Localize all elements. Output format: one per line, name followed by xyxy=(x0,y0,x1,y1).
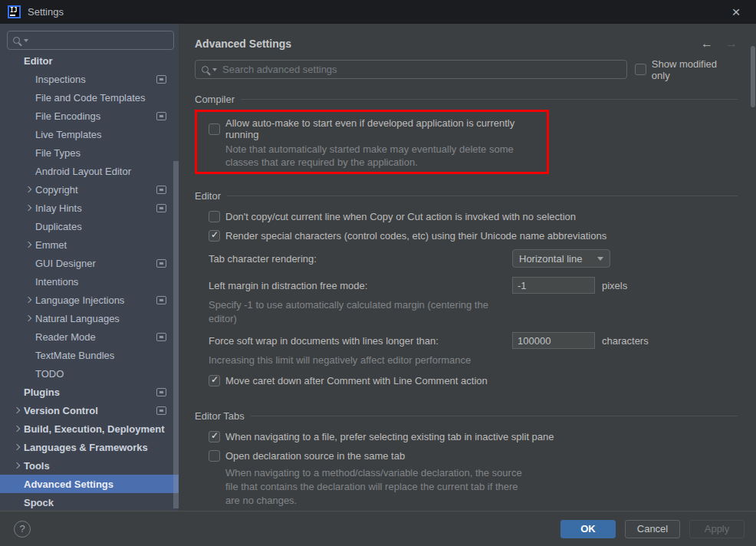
sidebar-item-android-layout-editor[interactable]: Android Layout Editor xyxy=(0,162,179,180)
chevron-right-icon[interactable] xyxy=(12,404,24,416)
sidebar-item-todo[interactable]: TODO xyxy=(0,364,179,383)
chevron-right-icon[interactable] xyxy=(12,441,24,453)
chevron-right-icon[interactable] xyxy=(12,423,24,435)
chevron-slot xyxy=(23,110,35,122)
tab-rendering-dropdown[interactable]: Horizontal line xyxy=(512,249,610,268)
sidebar-scrollbar-thumb[interactable] xyxy=(173,161,179,508)
section-divider xyxy=(227,196,738,196)
chevron-right-icon[interactable] xyxy=(23,202,35,214)
content-scrollbar-thumb[interactable] xyxy=(751,46,755,107)
sidebar-search-field[interactable] xyxy=(7,31,174,50)
tab-rendering-label: Tab character rendering: xyxy=(209,253,512,265)
sidebar-item-languages-frameworks[interactable]: Languages & Frameworks xyxy=(0,438,179,456)
sidebar-item-advanced-settings[interactable]: Advanced Settings xyxy=(0,475,179,493)
sidebar-item-plugins[interactable]: Plugins xyxy=(0,383,179,401)
search-options-caret-icon xyxy=(212,68,217,71)
sidebar-item-label: Build, Execution, Deployment xyxy=(24,423,164,435)
sidebar-item-emmet[interactable]: Emmet xyxy=(0,235,179,254)
open-declaration-checkbox[interactable] xyxy=(209,450,220,462)
sidebar-item-tools[interactable]: Tools xyxy=(0,456,179,475)
sidebar-item-copyright[interactable]: Copyright xyxy=(0,180,179,199)
sidebar-item-label: Advanced Settings xyxy=(24,479,113,490)
sidebar-item-label: Plugins xyxy=(24,386,60,398)
sidebar-item-label: File and Code Templates xyxy=(35,92,146,104)
dont-copy-cut-checkbox[interactable] xyxy=(209,211,220,222)
allow-automake-checkbox[interactable] xyxy=(209,123,220,135)
sidebar-item-inspections[interactable]: Inspections xyxy=(0,70,179,88)
sidebar-item-label: Reader Mode xyxy=(35,331,96,343)
tab-rendering-value: Horizontal line xyxy=(519,253,582,265)
soft-wrap-label: Force soft wrap in documents with lines … xyxy=(209,335,512,347)
chevron-slot xyxy=(23,91,35,104)
soft-wrap-input[interactable] xyxy=(512,332,595,349)
open-declaration-label: Open declaration source in the same tab xyxy=(225,450,405,462)
left-margin-input[interactable] xyxy=(512,277,595,294)
allow-automake-label: Allow auto-make to start even if develop… xyxy=(225,117,539,140)
dont-copy-cut-label: Don't copy/cut current line when Copy or… xyxy=(225,211,576,222)
ok-button[interactable]: OK xyxy=(560,520,616,538)
render-special-chars-checkbox[interactable] xyxy=(209,230,220,242)
sidebar-item-gui-designer[interactable]: GUI Designer xyxy=(0,254,179,272)
sidebar-search-input[interactable] xyxy=(33,35,148,46)
prefer-existing-tab-checkbox[interactable] xyxy=(209,431,220,442)
advanced-search-field[interactable] xyxy=(195,60,627,79)
section-title: Editor xyxy=(195,190,221,202)
forward-arrow-icon: → xyxy=(725,37,738,51)
chevron-slot xyxy=(23,73,35,85)
chevron-slot xyxy=(23,331,35,343)
move-caret-checkbox[interactable] xyxy=(209,375,220,386)
advanced-search-input[interactable] xyxy=(222,64,626,75)
sidebar-item-file-and-code-templates[interactable]: File and Code Templates xyxy=(0,88,179,107)
sidebar-item-version-control[interactable]: Version Control xyxy=(0,401,179,419)
section-header-editor: Editor xyxy=(195,189,738,202)
sidebar-item-build-execution-deployment[interactable]: Build, Execution, Deployment xyxy=(0,419,179,438)
chevron-right-icon[interactable] xyxy=(23,238,35,251)
close-icon[interactable]: × xyxy=(725,0,747,24)
show-modified-only-checkbox[interactable] xyxy=(635,64,646,75)
section-title: Compiler xyxy=(195,94,235,105)
chevron-slot xyxy=(23,220,35,232)
sidebar-item-label: Copyright xyxy=(35,184,78,196)
cancel-button[interactable]: Cancel xyxy=(625,520,680,538)
sidebar-item-live-templates[interactable]: Live Templates xyxy=(0,125,179,143)
settings-pane-icon xyxy=(156,75,166,84)
chevron-slot xyxy=(23,349,35,361)
sidebar-item-reader-mode[interactable]: Reader Mode xyxy=(0,327,179,346)
sidebar-item-language-injections[interactable]: Language Injections xyxy=(0,291,179,309)
left-margin-label: Left margin in distraction free mode: xyxy=(209,280,512,291)
sidebar-item-intentions[interactable]: Intentions xyxy=(0,272,179,291)
sidebar-item-editor[interactable]: Editor xyxy=(0,51,179,70)
help-icon[interactable]: ? xyxy=(14,521,31,538)
breadcrumb: Advanced Settings ← → xyxy=(195,34,738,54)
sidebar-item-textmate-bundles[interactable]: TextMate Bundles xyxy=(0,346,179,364)
section-header-compiler: Compiler xyxy=(195,93,738,105)
sidebar-item-label: TODO xyxy=(35,368,64,380)
chevron-right-icon[interactable] xyxy=(23,183,35,196)
sidebar-item-label: Duplicates xyxy=(35,221,82,232)
sidebar-item-file-types[interactable]: File Types xyxy=(0,143,179,162)
sidebar-item-inlay-hints[interactable]: Inlay Hints xyxy=(0,199,179,217)
chevron-right-icon[interactable] xyxy=(12,459,24,472)
chevron-right-icon[interactable] xyxy=(23,294,35,306)
sidebar-item-label: TextMate Bundles xyxy=(35,350,114,361)
section-title: Editor Tabs xyxy=(195,410,245,422)
sidebar-item-label: Inspections xyxy=(35,74,86,85)
sidebar-item-label: Languages & Frameworks xyxy=(24,442,148,453)
settings-dialog-body: Editor Inspections File and Code Templat… xyxy=(0,24,756,511)
settings-pane-icon xyxy=(156,259,166,268)
show-modified-only-label: Show modified only xyxy=(652,58,738,81)
settings-sidebar: Editor Inspections File and Code Templat… xyxy=(0,24,179,511)
open-declaration-desc-line: are no changes. xyxy=(225,494,738,508)
chevron-right-icon[interactable] xyxy=(23,312,35,324)
sidebar-item-natural-languages[interactable]: Natural Languages xyxy=(0,309,179,327)
back-arrow-icon[interactable]: ← xyxy=(701,37,713,51)
sidebar-item-label: File Encodings xyxy=(35,110,100,122)
chevron-slot xyxy=(23,275,35,288)
sidebar-item-duplicates[interactable]: Duplicates xyxy=(0,217,179,235)
sidebar-item-file-encodings[interactable]: File Encodings xyxy=(0,107,179,125)
chevron-slot xyxy=(23,146,35,159)
sidebar-item-spock[interactable]: Spock xyxy=(0,493,179,511)
sidebar-item-label: File Types xyxy=(35,147,81,159)
left-margin-unit: pixels xyxy=(602,280,627,291)
soft-wrap-desc-line: Increasing this limit will negatively af… xyxy=(209,354,738,367)
